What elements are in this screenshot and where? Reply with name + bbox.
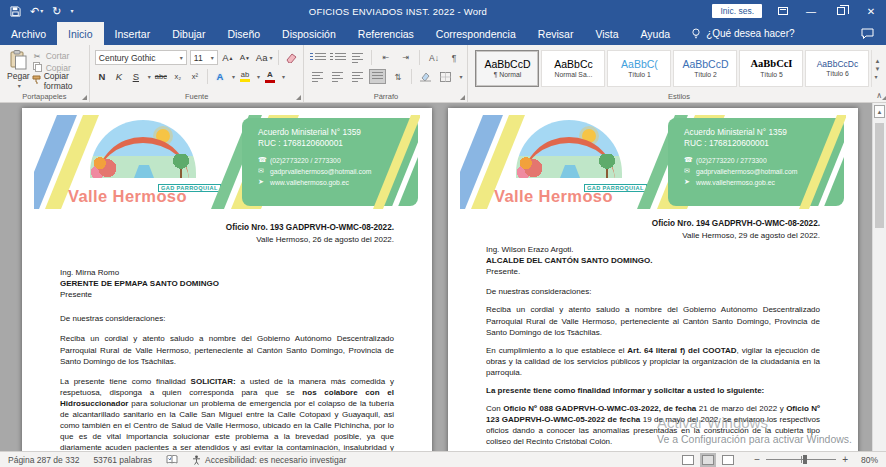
zoom-level[interactable]: 80% — [854, 455, 878, 465]
customize-qat-button[interactable]: ▾ — [70, 8, 73, 14]
style-normal-sa[interactable]: AaBbCc Normal Sa... — [541, 50, 605, 87]
borders-button[interactable] — [437, 69, 454, 84]
minimize-button[interactable]: — — [796, 0, 826, 22]
style-titulo-1[interactable]: AaBbC( Título 1 — [607, 50, 671, 87]
clear-formatting-button[interactable] — [284, 50, 298, 65]
bullets-button[interactable] — [309, 50, 326, 65]
shading-button[interactable] — [417, 69, 434, 84]
zoom-slider[interactable] — [766, 459, 836, 460]
styles-more-icon[interactable]: ▾ — [874, 74, 880, 80]
change-case-button[interactable]: Aa▾ — [255, 50, 274, 65]
save-icon[interactable] — [10, 6, 21, 17]
line-spacing-button[interactable]: ⇅ — [389, 69, 406, 84]
accessibility-status-button[interactable]: Accesibilidad: es necesario investigar — [192, 455, 346, 465]
tab-inicio[interactable]: Inicio — [57, 22, 104, 45]
shrink-font-button[interactable]: A▼ — [238, 50, 252, 65]
tab-ayuda[interactable]: Ayuda — [630, 22, 682, 45]
tab-revisar[interactable]: Revisar — [527, 22, 585, 45]
paragraph-dialog-launcher[interactable] — [460, 95, 465, 100]
italic-button[interactable]: K — [112, 69, 126, 84]
close-button[interactable]: ✕ — [856, 0, 886, 22]
format-painter-button[interactable]: Copiar formato — [32, 74, 84, 87]
superscript-button[interactable]: x² — [188, 69, 202, 84]
letter-body[interactable]: Oficio Nro. 193 GADPRVH-O-WMC-08-2022. V… — [22, 209, 432, 451]
tab-dibujar[interactable]: Dibujar — [161, 22, 216, 45]
web-layout-button[interactable] — [722, 455, 734, 465]
highlight-color-button[interactable]: ab — [238, 69, 252, 84]
paragraph-group-label: Párrafo — [304, 92, 467, 101]
justify-button[interactable] — [369, 69, 386, 84]
font-color-button[interactable]: A — [263, 69, 277, 84]
styles-dialog-launcher[interactable] — [882, 95, 886, 100]
print-layout-button[interactable] — [702, 455, 714, 465]
paste-dropdown-icon[interactable]: ▾ — [18, 82, 21, 89]
borders-dropdown-icon[interactable]: ▾ — [459, 73, 462, 80]
align-left-button[interactable] — [309, 69, 326, 84]
style-titulo-6[interactable]: AaBbCcDc Título 6 — [805, 50, 869, 87]
tab-archivo[interactable]: Archivo — [0, 22, 57, 45]
align-right-button[interactable] — [349, 69, 366, 84]
page-indicator[interactable]: Página 287 de 332 — [8, 455, 79, 465]
tab-vista[interactable]: Vista — [584, 22, 629, 45]
show-formatting-marks-button[interactable]: ¶ — [445, 50, 462, 65]
ribbon-display-options-button[interactable] — [770, 0, 796, 22]
multilevel-list-button[interactable] — [349, 50, 366, 65]
mail-icon: ✉ — [258, 167, 266, 175]
styles-scroll-up-icon[interactable]: ▲ — [874, 58, 880, 64]
scroll-up-button[interactable]: ▲ — [874, 105, 885, 118]
grow-font-button[interactable]: A▲ — [221, 50, 235, 65]
restore-button[interactable] — [826, 0, 856, 22]
sign-in-button[interactable]: Inic. ses. — [712, 4, 762, 18]
vertical-scrollbar[interactable]: ▲ — [872, 103, 886, 451]
collapse-ribbon-button[interactable]: ∧ — [876, 91, 882, 100]
decrease-indent-button[interactable]: ⇤ — [377, 50, 394, 65]
tree-graphic — [598, 154, 616, 178]
text-effects-dropdown-icon[interactable]: ▾ — [232, 73, 235, 80]
redo-button[interactable]: ↻ — [52, 6, 61, 17]
tab-disposicion[interactable]: Disposición — [271, 22, 347, 45]
read-mode-button[interactable] — [682, 455, 694, 465]
scrollbar-thumb[interactable] — [875, 123, 884, 228]
style-normal[interactable]: AaBbCcD ¶ Normal — [475, 50, 539, 87]
zoom-in-button[interactable]: + — [842, 455, 848, 465]
highlight-dropdown-icon[interactable]: ▾ — [257, 73, 260, 80]
align-center-button[interactable] — [329, 69, 346, 84]
tab-referencias[interactable]: Referencias — [347, 22, 425, 45]
underline-dropdown-icon[interactable]: ▾ — [148, 73, 151, 80]
undo-dropdown-icon[interactable]: ▾ — [40, 8, 43, 14]
strikethrough-button[interactable]: abc — [154, 69, 168, 84]
text-effects-button[interactable]: A — [213, 69, 227, 84]
proofing-status-button[interactable] — [166, 455, 178, 465]
cut-button[interactable]: ✂Cortar — [32, 50, 84, 62]
zoom-slider-thumb[interactable] — [803, 455, 807, 464]
font-name-dropdown-icon: ▾ — [180, 54, 183, 61]
tell-me-box[interactable]: ¿Qué desea hacer? — [681, 22, 804, 45]
styles-scroll-down-icon[interactable]: ▼ — [874, 66, 880, 72]
feedback-button[interactable] — [849, 22, 886, 45]
zoom-out-button[interactable]: − — [754, 455, 760, 465]
undo-button[interactable]: ↶▾ — [30, 6, 43, 17]
tab-diseno[interactable]: Diseño — [216, 22, 271, 45]
font-name-combobox[interactable]: Century Gothic▾ — [95, 50, 187, 65]
numbering-button[interactable] — [329, 50, 346, 65]
email-address: gadprvallehermoso@hotmail.com — [270, 168, 371, 175]
undo-icon: ↶ — [30, 6, 39, 17]
font-dialog-launcher[interactable] — [296, 95, 301, 100]
font-size-combobox[interactable]: 11▾ — [190, 50, 218, 65]
font-color-dropdown-icon[interactable]: ▾ — [282, 73, 285, 80]
bold-button[interactable]: N — [95, 69, 109, 84]
increase-indent-button[interactable]: ⇥ — [397, 50, 414, 65]
style-titulo-2[interactable]: AaBbCcD Título 2 — [673, 50, 737, 87]
page-2[interactable]: Valle Hermoso GAD PARROQUIAL Acuerdo Min… — [448, 108, 858, 451]
page-1[interactable]: Valle Hermoso GAD PARROQUIAL Acuerdo Min… — [22, 108, 432, 451]
paste-button[interactable]: Pegar ▾ — [5, 48, 32, 89]
word-count[interactable]: 53761 palabras — [93, 455, 152, 465]
subscript-button[interactable]: x₂ — [171, 69, 185, 84]
tab-insertar[interactable]: Insertar — [104, 22, 162, 45]
underline-button[interactable]: S — [129, 69, 143, 84]
tab-correspondencia[interactable]: Correspondencia — [425, 22, 527, 45]
clipboard-dialog-launcher[interactable] — [82, 95, 87, 100]
style-titulo-5[interactable]: AaBbCcI Título 5 — [739, 50, 803, 87]
sort-button[interactable]: A↓ — [425, 50, 442, 65]
letter-body[interactable]: Oficio Nro. 194 GADPRVH-O-WMC-08-2022. V… — [448, 209, 858, 451]
